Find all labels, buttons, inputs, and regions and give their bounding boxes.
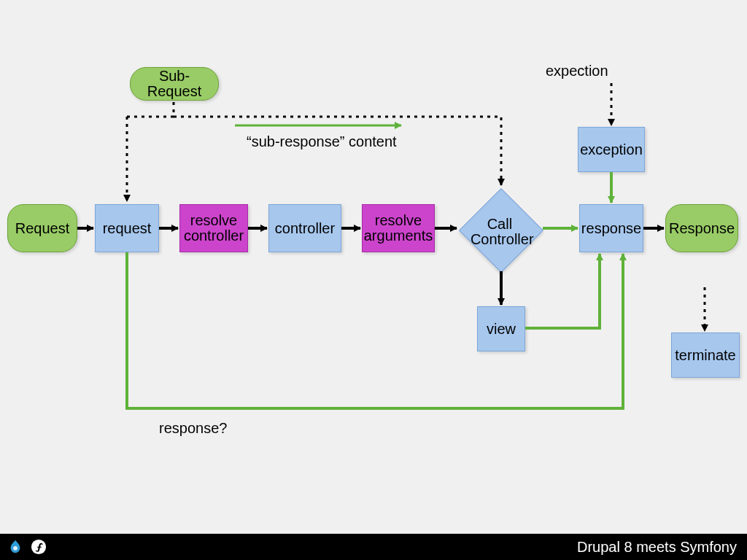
- controller-box: controller: [268, 204, 341, 252]
- expection-label: expection: [546, 63, 608, 79]
- resolve-controller-box: resolve controller: [179, 204, 248, 252]
- symfony-icon: [31, 539, 47, 555]
- resolve-arguments-box: resolve arguments: [362, 204, 435, 252]
- exception-box: exception: [578, 127, 645, 172]
- diagram-stage: Sub-Request Request request resolve cont…: [0, 0, 747, 560]
- terminate-box: terminate: [671, 332, 740, 378]
- request-pill: Request: [7, 204, 77, 252]
- call-controller-diamond: Call Controller: [459, 188, 543, 273]
- response-box: response: [579, 204, 643, 252]
- sub-request-node: Sub-Request: [130, 67, 219, 101]
- footer-bar: Drupal 8 meets Symfony: [0, 534, 747, 560]
- request-box: request: [95, 204, 159, 252]
- response-question-label: response?: [159, 420, 227, 437]
- sub-response-label: “sub-response” content: [247, 133, 397, 150]
- footer-title: Drupal 8 meets Symfony: [577, 539, 737, 556]
- drupal-icon: [7, 539, 23, 555]
- arrow-overlay: [0, 0, 747, 560]
- response-pill: Response: [665, 204, 738, 252]
- svg-point-14: [13, 546, 18, 551]
- view-box: view: [477, 306, 525, 351]
